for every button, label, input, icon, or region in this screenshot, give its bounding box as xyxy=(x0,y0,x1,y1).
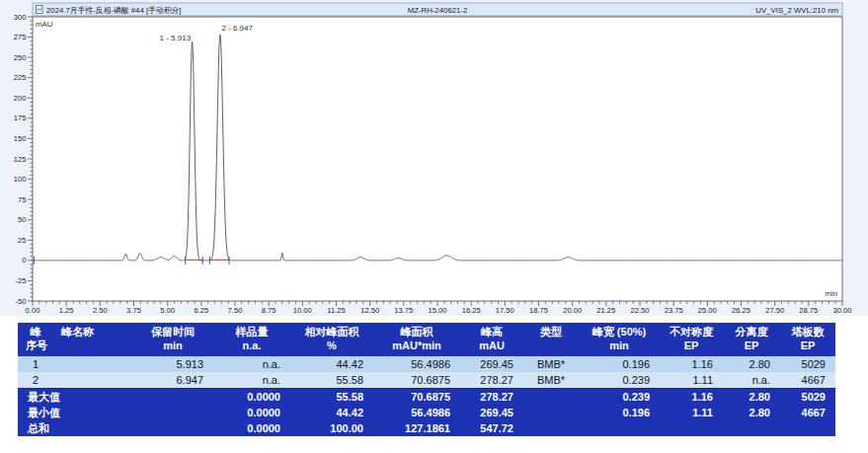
x-tick-label: 17.50 xyxy=(496,306,514,315)
summary-cell xyxy=(523,420,579,436)
chromatography-report-window: 2024.7月手性-反相-磷酸 #44 [手动积分] MZ-RH-240621-… xyxy=(0,0,868,453)
peak-cell: 56.4986 xyxy=(373,356,460,372)
column-header-12: 塔板数EP xyxy=(780,323,835,356)
summary-cell: 44.42 xyxy=(290,405,373,420)
peak-row[interactable]: 26.947n.a.55.5870.6875278.27BMB*0.2391.1… xyxy=(18,372,835,389)
peak-cell: 4667 xyxy=(780,372,835,389)
summary-cell xyxy=(132,420,213,436)
x-tick-label: 16.25 xyxy=(462,306,481,315)
summary-cell: 70.6875 xyxy=(373,388,460,405)
column-header-9: 峰宽 (50%)min xyxy=(579,323,660,356)
results-table-body: 15.913n.a.44.4256.4986269.45BMB*0.1961.1… xyxy=(18,356,835,436)
x-tick-label: 0.00 xyxy=(26,306,40,315)
x-tick-label: 7.50 xyxy=(228,306,243,315)
peak-cell: 278.27 xyxy=(460,372,523,389)
peak-label: 1 - 5.913 xyxy=(160,34,192,42)
peak-cell: n.a. xyxy=(723,372,780,389)
y-tick-label: 275 xyxy=(14,33,27,41)
peak-cell: 55.58 xyxy=(290,372,373,389)
x-tick-label: 20.00 xyxy=(563,306,582,315)
summary-cell: 0.0000 xyxy=(213,420,290,436)
chart-title: 2024.7月手性-反相-磷酸 #44 [手动积分] xyxy=(46,6,181,15)
x-tick-label: 30.00 xyxy=(832,306,851,315)
peak-cell xyxy=(53,372,132,389)
x-tick-label: 5.00 xyxy=(160,306,175,315)
y-tick-label: 75 xyxy=(18,195,26,204)
y-tick-label: 175 xyxy=(14,113,27,122)
peak-cell xyxy=(53,356,132,372)
peak-cell: 5029 xyxy=(780,356,835,372)
x-tick-label: 3.75 xyxy=(126,306,141,315)
peak-cell: 0.196 xyxy=(579,356,660,372)
column-header-7: 峰高mAU xyxy=(460,323,523,356)
x-tick-label: 23.75 xyxy=(665,306,683,315)
summary-row: 总和0.0000100.00127.1861547.72 xyxy=(18,420,835,436)
summary-cell: 0.196 xyxy=(579,405,660,420)
peak-cell: 6.947 xyxy=(132,372,213,389)
peak-cell: 70.6875 xyxy=(373,372,460,389)
peak-cell: BMB* xyxy=(523,356,579,372)
summary-cell: 56.4986 xyxy=(373,405,460,420)
peak-cell: 44.42 xyxy=(290,356,373,372)
plot-area[interactable] xyxy=(33,17,842,301)
column-header-10: 不对称度EP xyxy=(660,323,723,356)
peak-cell: 0.239 xyxy=(579,372,660,389)
peak-row[interactable]: 15.913n.a.44.4256.4986269.45BMB*0.1961.1… xyxy=(18,356,835,372)
summary-cell xyxy=(660,420,723,436)
peak-cell: 269.45 xyxy=(460,356,523,372)
integration-results-table: 峰序号峰名称 保留时间min样品量n.a.相对峰面积%峰面积mAU*min峰高m… xyxy=(18,323,835,436)
x-tick-label: 12.50 xyxy=(360,306,379,315)
summary-row: 最大值0.000055.5870.6875278.270.2391.162.80… xyxy=(18,388,835,405)
y-tick-label: 0 xyxy=(22,256,26,264)
summary-label: 最小值 xyxy=(18,405,132,420)
summary-cell: 127.1861 xyxy=(373,420,460,436)
summary-cell: 269.45 xyxy=(460,405,523,420)
summary-cell xyxy=(723,420,780,436)
summary-label: 最大值 xyxy=(18,388,132,405)
chromatogram-panel: 2024.7月手性-反相-磷酸 #44 [手动积分] MZ-RH-240621-… xyxy=(0,0,868,316)
summary-cell: 0.239 xyxy=(579,388,660,405)
peak-cell: 1 xyxy=(18,356,53,372)
summary-cell xyxy=(780,420,835,436)
column-header-2: 峰名称 xyxy=(53,323,132,356)
x-tick-label: 8.75 xyxy=(262,306,276,315)
summary-cell: 100.00 xyxy=(290,420,373,436)
peak-cell: 2 xyxy=(18,372,53,389)
peak-cell: BMB* xyxy=(523,372,579,389)
results-table-header: 峰序号峰名称 保留时间min样品量n.a.相对峰面积%峰面积mAU*min峰高m… xyxy=(18,323,835,356)
chromatogram-icon xyxy=(37,6,43,14)
y-tick-label: -25 xyxy=(16,276,27,285)
summary-cell xyxy=(132,405,213,420)
x-tick-label: 27.50 xyxy=(765,306,784,315)
peak-cell: 1.11 xyxy=(660,372,723,389)
x-tick-label: 6.25 xyxy=(194,306,208,315)
x-tick-label: 1.25 xyxy=(59,306,74,315)
summary-cell xyxy=(523,388,579,405)
y-tick-label: -50 xyxy=(16,297,27,306)
x-axis-unit-label: min xyxy=(825,289,837,298)
column-header-11: 分离度EP xyxy=(723,323,780,356)
peak-cell: 2.80 xyxy=(723,356,780,372)
summary-cell xyxy=(132,388,213,405)
column-header-1: 峰序号 xyxy=(18,323,53,356)
y-tick-label: 250 xyxy=(14,53,27,62)
y-tick-label: 150 xyxy=(14,134,27,143)
peak-cell: 1.16 xyxy=(660,356,723,372)
y-tick-label: 300 xyxy=(14,13,27,22)
summary-cell xyxy=(523,405,579,420)
summary-cell: 5029 xyxy=(780,388,835,405)
x-tick-label: 25.00 xyxy=(698,306,717,315)
summary-cell: 547.72 xyxy=(460,420,523,436)
peak-cell: 5.913 xyxy=(132,356,213,372)
x-tick-label: 22.50 xyxy=(630,306,649,315)
peak-cell: n.a. xyxy=(213,356,290,372)
x-tick-label: 28.75 xyxy=(799,306,818,315)
summary-cell: 1.11 xyxy=(660,405,723,420)
x-tick-label: 13.75 xyxy=(394,306,413,315)
chart-injection-name: MZ-RH-240621-2 xyxy=(408,6,468,15)
chart-channel-label: UV_VIS_2 WVL:210 nm xyxy=(755,6,838,15)
summary-label: 总和 xyxy=(18,420,132,436)
peak-label: 2 - 6.947 xyxy=(221,24,253,33)
summary-cell: 1.16 xyxy=(660,388,723,405)
x-tick-label: 11.25 xyxy=(327,306,345,315)
